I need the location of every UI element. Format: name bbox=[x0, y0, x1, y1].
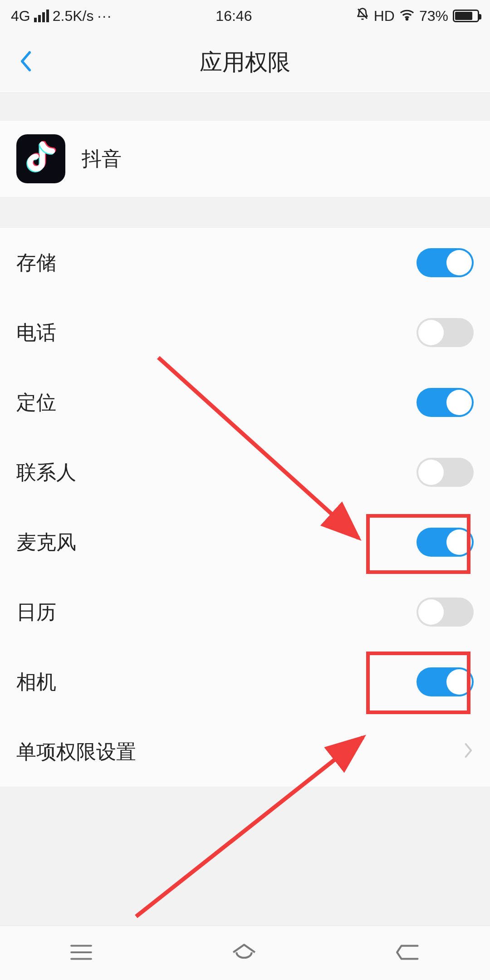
page-title: 应用权限 bbox=[200, 47, 290, 78]
hd-indicator: HD bbox=[374, 8, 395, 24]
permission-toggle-microphone[interactable] bbox=[416, 528, 474, 557]
nav-recent-icon[interactable] bbox=[68, 942, 94, 965]
mute-icon bbox=[356, 7, 369, 24]
permission-row-location: 定位 bbox=[0, 368, 490, 437]
permission-toggle-phone[interactable] bbox=[416, 318, 474, 347]
permission-row-camera: 相机 bbox=[0, 647, 490, 717]
battery-icon bbox=[453, 10, 479, 22]
permission-label: 日历 bbox=[16, 599, 56, 626]
status-bar: 4G 2.5K/s ··· 16:46 HD 73% bbox=[0, 0, 490, 32]
permission-row-phone: 电话 bbox=[0, 298, 490, 368]
permission-label: 存储 bbox=[16, 250, 56, 276]
back-button[interactable] bbox=[19, 50, 33, 74]
more-settings-label: 单项权限设置 bbox=[16, 739, 136, 765]
nav-back-icon[interactable] bbox=[394, 942, 422, 965]
svg-point-1 bbox=[406, 19, 407, 20]
status-left: 4G 2.5K/s ··· bbox=[11, 8, 112, 24]
permission-toggle-camera[interactable] bbox=[416, 667, 474, 696]
permission-row-calendar: 日历 bbox=[0, 577, 490, 647]
page-header: 应用权限 bbox=[0, 32, 490, 93]
status-time: 16:46 bbox=[216, 8, 252, 24]
battery-pct: 73% bbox=[419, 8, 448, 24]
permission-label: 相机 bbox=[16, 669, 56, 696]
permission-row-storage: 存储 bbox=[0, 228, 490, 298]
permission-row-microphone: 麦克风 bbox=[0, 507, 490, 577]
app-icon bbox=[16, 134, 65, 183]
more-permission-settings[interactable]: 单项权限设置 bbox=[0, 717, 490, 787]
permission-toggle-location[interactable] bbox=[416, 388, 474, 417]
permissions-list: 存储 电话 定位 联系人 麦克风 日历 相机 单项权限设置 bbox=[0, 227, 490, 787]
app-info-row: 抖音 bbox=[0, 120, 490, 197]
more-indicator: ··· bbox=[97, 8, 112, 24]
permission-label: 定位 bbox=[16, 389, 56, 416]
permission-label: 联系人 bbox=[16, 459, 76, 486]
permission-toggle-contacts[interactable] bbox=[416, 458, 474, 487]
permission-toggle-storage[interactable] bbox=[416, 248, 474, 277]
network-type: 4G bbox=[11, 8, 30, 24]
permission-row-contacts: 联系人 bbox=[0, 437, 490, 507]
system-nav-bar bbox=[0, 926, 490, 980]
app-name: 抖音 bbox=[82, 146, 122, 172]
wifi-icon bbox=[399, 7, 415, 24]
data-speed: 2.5K/s bbox=[53, 8, 94, 24]
nav-home-icon[interactable] bbox=[230, 941, 258, 965]
permission-label: 麦克风 bbox=[16, 529, 76, 556]
permission-toggle-calendar[interactable] bbox=[416, 598, 474, 627]
status-right: HD 73% bbox=[356, 7, 479, 24]
permission-label: 电话 bbox=[16, 319, 56, 346]
signal-icon bbox=[34, 10, 49, 22]
chevron-right-icon bbox=[464, 740, 474, 763]
